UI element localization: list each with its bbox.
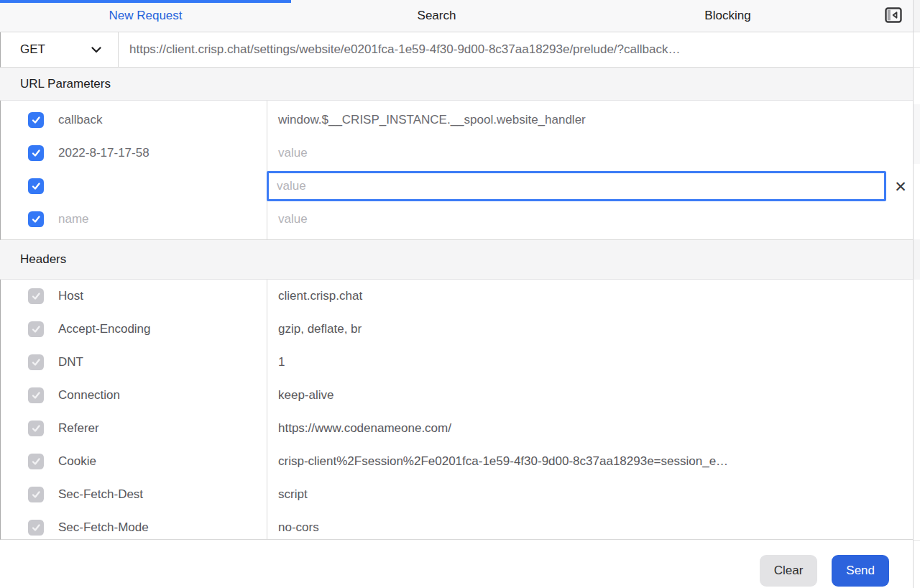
tab-search[interactable]: Search — [291, 0, 582, 32]
checkmark-icon — [31, 324, 41, 334]
header-row: Referer https://www.codenameone.com/ — [1, 412, 913, 445]
checkmark-icon — [31, 390, 41, 400]
header-value: crisp-client%2Fsession%2Fe0201fca-1e59-4… — [267, 445, 913, 478]
header-value: client.crisp.chat — [267, 280, 913, 313]
checkmark-icon — [31, 291, 41, 301]
edge-segment — [914, 104, 920, 164]
headers-section-header: Headers — [0, 240, 913, 280]
header-key: Host — [58, 289, 83, 303]
active-tab-indicator — [0, 0, 291, 3]
edge-segment — [914, 0, 920, 32]
param-value-cell: ✕ — [267, 170, 913, 203]
param-checkbox-checked[interactable] — [28, 211, 44, 227]
tab-blocking[interactable]: Blocking — [582, 0, 873, 32]
header-key-cell: Host — [1, 280, 267, 313]
url-parameters-section-header: URL Parameters — [0, 68, 913, 101]
header-key-cell: Sec-Fetch-Dest — [1, 478, 267, 511]
header-value: keep-alive — [267, 379, 913, 412]
header-checkbox-disabled — [28, 487, 44, 502]
url-parameters-title: URL Parameters — [20, 77, 111, 91]
close-icon: ✕ — [894, 178, 907, 195]
param-row: name value — [1, 203, 913, 236]
param-row: 2022-8-17-17-58 value — [1, 137, 913, 170]
remove-param-button[interactable]: ✕ — [890, 179, 911, 194]
footer-bar: Clear Send — [0, 540, 913, 588]
header-key: DNT — [58, 355, 83, 369]
header-row: DNT 1 — [1, 346, 913, 379]
collapse-panel-button[interactable] — [883, 6, 903, 27]
url-parameters-table: callback window.$__CRISP_INSTANCE.__spoo… — [0, 101, 913, 240]
param-key[interactable]: callback — [58, 113, 102, 127]
param-value-input[interactable] — [267, 171, 886, 201]
header-key-cell: Referer — [1, 412, 267, 445]
header-key-cell: Cookie — [1, 445, 267, 478]
param-checkbox-checked[interactable] — [28, 112, 44, 128]
header-row: Host client.crisp.chat — [1, 280, 913, 313]
param-key-cell: name — [1, 203, 267, 236]
checkmark-icon — [31, 523, 41, 533]
header-key-cell: DNT — [1, 346, 267, 379]
header-row: Cookie crisp-client%2Fsession%2Fe0201fca… — [1, 445, 913, 478]
header-key-cell: Accept-Encoding — [1, 313, 267, 346]
checkmark-icon — [31, 357, 41, 367]
header-value: gzip, deflate, br — [267, 313, 913, 346]
param-key-cell: 2022-8-17-17-58 — [1, 137, 267, 170]
tab-new-request[interactable]: New Request — [0, 0, 291, 32]
checkmark-icon — [31, 490, 41, 500]
header-checkbox-disabled — [28, 321, 44, 337]
checkmark-icon — [31, 148, 41, 158]
url-field[interactable]: https://client.crisp.chat/settings/websi… — [129, 42, 906, 57]
param-checkbox-checked[interactable] — [28, 178, 44, 194]
header-key: Referer — [58, 421, 99, 436]
checkmark-icon — [31, 456, 41, 467]
header-key: Cookie — [58, 454, 96, 469]
tab-search-label: Search — [418, 9, 456, 23]
header-row: Connection keep-alive — [1, 379, 913, 412]
param-checkbox-checked[interactable] — [28, 145, 44, 161]
headers-table: Host client.crisp.chat Accept-Encoding g… — [0, 280, 913, 540]
clear-button[interactable]: Clear — [760, 555, 818, 587]
param-value[interactable]: window.$__CRISP_INSTANCE.__spool.website… — [267, 104, 913, 137]
tab-bar-right — [873, 0, 913, 32]
header-checkbox-disabled — [28, 520, 44, 536]
header-row: Sec-Fetch-Dest script — [1, 478, 913, 511]
headers-title: Headers — [20, 252, 66, 267]
new-request-panel: New Request Search Blocking — [0, 0, 913, 588]
header-checkbox-disabled — [28, 354, 44, 370]
param-row: callback window.$__CRISP_INSTANCE.__spoo… — [1, 104, 913, 137]
checkmark-icon — [31, 423, 41, 433]
param-row-focused: ✕ — [1, 170, 913, 203]
send-button[interactable]: Send — [832, 555, 889, 587]
header-key: Sec-Fetch-Mode — [58, 520, 149, 535]
param-key-cell — [1, 170, 267, 203]
header-row: Sec-Fetch-Mode no-cors — [1, 511, 913, 540]
method-value: GET — [20, 42, 45, 57]
chevron-down-icon — [91, 42, 101, 57]
tab-blocking-label: Blocking — [704, 9, 750, 23]
header-value: script — [267, 478, 913, 511]
header-key: Connection — [58, 388, 120, 403]
checkmark-icon — [31, 115, 41, 125]
adjacent-panel-edge — [913, 0, 920, 588]
checkmark-icon — [31, 181, 41, 191]
param-key-placeholder[interactable]: name — [58, 212, 89, 226]
edge-divider — [914, 540, 920, 541]
request-line: GET https://client.crisp.chat/settings/w… — [0, 32, 913, 68]
header-key-cell: Connection — [1, 379, 267, 412]
param-value-placeholder[interactable]: value — [267, 137, 913, 170]
edge-divider — [914, 67, 920, 68]
param-key[interactable]: 2022-8-17-17-58 — [58, 146, 150, 160]
tab-bar: New Request Search Blocking — [0, 0, 913, 32]
param-key-cell: callback — [1, 104, 267, 137]
edge-segment — [914, 239, 920, 280]
header-checkbox-disabled — [28, 387, 44, 403]
header-key: Sec-Fetch-Dest — [58, 487, 143, 502]
method-select[interactable]: GET — [1, 32, 119, 67]
header-checkbox-disabled — [28, 288, 44, 304]
header-value: 1 — [267, 346, 913, 379]
param-value-placeholder[interactable]: value — [267, 203, 913, 236]
header-row: Accept-Encoding gzip, deflate, br — [1, 313, 913, 346]
header-value: no-cors — [267, 511, 913, 540]
header-checkbox-disabled — [28, 421, 44, 436]
header-checkbox-disabled — [28, 454, 44, 469]
